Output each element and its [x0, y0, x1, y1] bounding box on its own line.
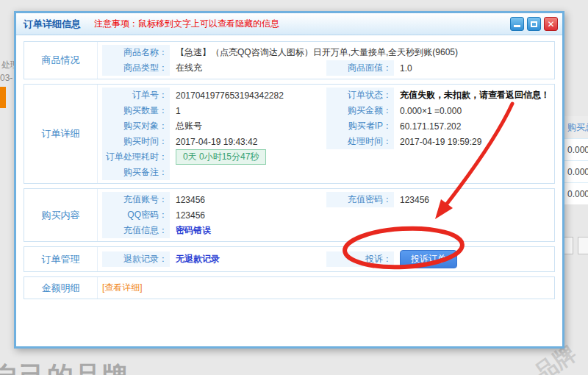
bg-price-column-header: 购买总价	[564, 116, 588, 138]
recharge-password-label: 充值密码：	[326, 192, 394, 207]
order-status-label: 订单状态：	[326, 88, 394, 103]
complain-order-button[interactable]: 投诉订单	[400, 250, 457, 268]
process-time-label: 处理时间：	[326, 134, 394, 149]
minimize-button[interactable]	[510, 17, 524, 31]
buyer-ip-label: 购买者IP：	[326, 118, 394, 134]
bg-pagination: 上	[563, 237, 588, 254]
elapsed-label: 订单处理耗时：	[102, 149, 170, 165]
screen: 处理 03- 购买总价 0.000 0.000 0.000 上 自己的品牌 品牌…	[0, 0, 588, 375]
elapsed-value-badge: 0天 0小时15分47秒	[176, 149, 266, 165]
section-amount-detail: 金额明细 [查看详细]	[24, 276, 555, 299]
qq-password-label: QQ密码：	[102, 207, 170, 223]
bg-price-column: 购买总价 0.000 0.000 0.000	[564, 116, 588, 204]
buyer-ip-value: 60.171.157.202	[400, 121, 461, 132]
order-target-label: 购买对象：	[102, 118, 170, 134]
order-qty-value: 1	[176, 106, 181, 116]
recharge-info-value[interactable]: 密码错误	[176, 224, 211, 237]
remark-label: 购买备注：	[102, 165, 170, 180]
maximize-button[interactable]	[527, 17, 541, 31]
bg-prev-page-link[interactable]: 上	[578, 237, 588, 254]
order-no-value: 2017041977653194342282	[176, 90, 284, 101]
dialog-title: 订单详细信息	[24, 18, 81, 31]
product-type-label: 商品类型：	[102, 60, 170, 76]
recharge-account-value: 123456	[176, 195, 205, 205]
order-amount-value: 0.000×1 =0.000	[400, 106, 462, 116]
section-product: 商品情况 商品名称： 【急速】（点亮QQ咨询达人图标）日开万单,大量接单,全天秒…	[24, 41, 555, 79]
bg-left-fragment-2: 03-	[0, 73, 12, 83]
section-product-label: 商品情况	[24, 42, 98, 79]
section-purchase-label: 购买内容	[24, 189, 98, 241]
close-button[interactable]: ✕	[544, 17, 558, 31]
bg-price-cell: 0.000	[564, 182, 588, 204]
bg-brand-text: 自己的品牌	[0, 359, 129, 375]
section-amount-detail-label: 金额明细	[24, 277, 98, 299]
bg-price-cell: 0.000	[564, 160, 588, 182]
section-manage-label: 订单管理	[24, 247, 98, 271]
minimize-icon	[514, 25, 520, 27]
refund-record-value[interactable]: 无退款记录	[176, 253, 220, 265]
section-manage: 订单管理 退款记录： 无退款记录 投诉： 投诉订单	[24, 246, 555, 272]
buy-time-value: 2017-04-19 19:43:42	[176, 137, 257, 147]
complaint-label: 投诉：	[326, 251, 394, 267]
dialog-body: 商品情况 商品名称： 【急速】（点亮QQ咨询达人图标）日开万单,大量接单,全天秒…	[16, 35, 562, 299]
order-detail-dialog: 订单详细信息 注意事项：鼠标移到文字上可以查看隐藏的信息 ✕ 商品情况	[14, 11, 564, 349]
order-target-value: 总账号	[176, 120, 202, 132]
order-qty-label: 购买数量：	[102, 103, 170, 118]
product-name-value: 【急速】（点亮QQ咨询达人图标）日开万单,大量接单,全天秒到账(9605)	[176, 46, 458, 59]
product-type-value: 在线充	[176, 62, 202, 74]
refund-record-label: 退款记录：	[102, 251, 170, 267]
product-face-label: 商品面值：	[326, 60, 394, 76]
section-purchase: 购买内容 充值账号： 123456 充值密码： 123456 QQ密码：	[24, 188, 555, 242]
qq-password-value: 123456	[176, 210, 205, 221]
recharge-account-label: 充值账号：	[102, 192, 170, 207]
bg-orange-block	[0, 87, 6, 108]
maximize-icon	[531, 21, 537, 27]
section-order: 订单详细 订单号： 2017041977653194342282 订单状态： 充…	[24, 84, 555, 184]
window-controls: ✕	[510, 17, 558, 31]
order-amount-label: 购买金额：	[326, 103, 394, 118]
recharge-password-value: 123456	[400, 195, 429, 205]
product-face-value: 1.0	[400, 63, 412, 74]
process-time-value: 2017-04-19 19:59:29	[400, 137, 481, 147]
product-name-label: 商品名称：	[102, 45, 170, 60]
dialog-notice: 注意事项：鼠标移到文字上可以查看隐藏的信息	[94, 18, 279, 30]
view-detail-link[interactable]: [查看详细]	[102, 282, 143, 294]
recharge-info-label: 充值信息：	[102, 223, 170, 238]
order-status-value: 充值失败，未扣款，请查看返回信息！	[400, 89, 550, 101]
buy-time-label: 购买时间：	[102, 134, 170, 149]
order-no-label: 订单号：	[102, 88, 170, 103]
section-order-label: 订单详细	[24, 85, 98, 183]
dialog-titlebar: 订单详细信息 注意事项：鼠标移到文字上可以查看隐藏的信息 ✕	[16, 13, 562, 35]
bg-price-cell: 0.000	[564, 138, 588, 160]
bg-pagination-box[interactable]	[563, 237, 573, 254]
close-icon: ✕	[547, 19, 554, 29]
